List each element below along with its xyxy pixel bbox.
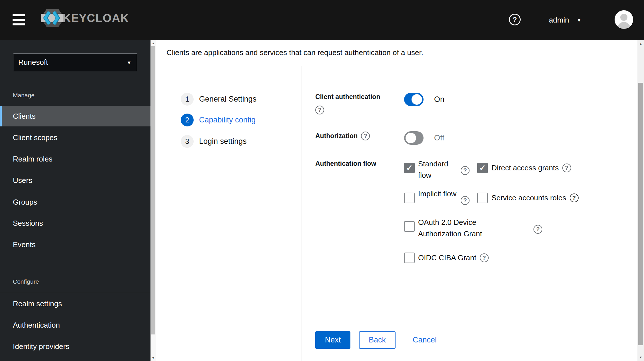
oauth-device-grant-checkbox[interactable]: [404, 221, 415, 232]
sidebar-item-authentication[interactable]: Authentication: [0, 315, 151, 335]
capability-config-form: Client authentication ? On Authorization…: [302, 66, 637, 361]
scroll-down-icon[interactable]: ▼: [151, 356, 156, 360]
direct-access-grants-checkbox[interactable]: ✓: [477, 163, 488, 173]
menu-bar: [13, 19, 25, 21]
main-scrollbar[interactable]: ▲ ▼: [637, 40, 644, 361]
toggle-knob: [406, 133, 416, 143]
realm-selector-value: Runesoft: [13, 58, 48, 67]
avatar-body: [617, 22, 630, 29]
direct-access-grants-label[interactable]: Direct access grants: [491, 162, 559, 174]
scroll-up-icon[interactable]: ▲: [637, 42, 644, 45]
avatar-head: [620, 14, 627, 21]
back-button[interactable]: Back: [359, 331, 396, 349]
main-scrollbar-thumb[interactable]: [638, 83, 643, 345]
authorization-state: Off: [434, 131, 444, 145]
help-icon[interactable]: ?: [509, 14, 521, 25]
cancel-button[interactable]: Cancel: [413, 331, 437, 349]
sidebar-item-realm-settings[interactable]: Realm settings: [0, 293, 151, 314]
step-number: 2: [181, 114, 194, 126]
client-authentication-help-icon[interactable]: ?: [315, 106, 324, 114]
chevron-down-icon: ▾: [128, 59, 131, 66]
nav-section-configure: Configure: [0, 278, 151, 285]
keycloak-logo[interactable]: KEYCLOAK: [40, 9, 129, 27]
sidebar-item-identity-providers[interactable]: Identity providers: [0, 336, 151, 357]
oidc-ciba-grant-help-icon[interactable]: ?: [480, 253, 489, 262]
avatar: [615, 10, 633, 29]
service-accounts-roles-checkbox[interactable]: [477, 193, 488, 203]
sidebar-item-clients[interactable]: Clients: [0, 106, 151, 126]
toggle-knob: [412, 94, 422, 105]
implicit-flow-label[interactable]: Implicit flow: [418, 188, 457, 199]
nav-divider: [0, 293, 151, 293]
menu-icon[interactable]: [13, 14, 25, 26]
direct-access-grants-help-icon[interactable]: ?: [562, 164, 571, 172]
authentication-flow-label: Authentication flow: [315, 160, 376, 168]
wizard-step-capability-config[interactable]: 2 Capability config: [181, 114, 256, 126]
authorization-label-row: Authorization ?: [315, 132, 370, 140]
step-number: 3: [181, 135, 194, 148]
service-accounts-roles-row: Service accounts roles ?: [491, 192, 579, 203]
sidebar-item-sessions[interactable]: Sessions: [0, 213, 151, 233]
brand-text: KEYCLOAK: [63, 12, 129, 25]
wizard-step-login-settings[interactable]: 3 Login settings: [181, 135, 247, 148]
step-label: Capability config: [199, 116, 256, 124]
oidc-ciba-grant-row: OIDC CIBA Grant ?: [418, 252, 489, 263]
next-button[interactable]: Next: [315, 331, 350, 349]
client-authentication-toggle[interactable]: [404, 93, 424, 106]
oidc-ciba-grant-checkbox[interactable]: [404, 253, 415, 263]
wizard-nav: 1 General Settings 2 Capability config 3…: [156, 66, 302, 361]
step-number: 1: [181, 93, 194, 106]
scroll-down-icon[interactable]: ▼: [637, 356, 644, 359]
step-label: General Settings: [199, 95, 256, 104]
authorization-label: Authorization: [315, 132, 358, 140]
menu-bar: [13, 23, 25, 25]
sidebar-scrollbar-thumb[interactable]: [151, 46, 155, 334]
header-divider: [156, 65, 637, 65]
menu-bar: [13, 14, 25, 16]
scroll-up-icon[interactable]: ▲: [151, 41, 156, 45]
implicit-flow-checkbox[interactable]: [404, 193, 415, 203]
sidebar-nav: Runesoft ▾ Manage Clients Client scopes …: [0, 40, 151, 361]
client-authentication-state: On: [434, 93, 444, 106]
realm-selector[interactable]: Runesoft ▾: [13, 53, 137, 71]
sidebar-item-groups[interactable]: Groups: [0, 192, 151, 212]
wizard-step-general-settings[interactable]: 1 General Settings: [181, 93, 256, 106]
oauth-device-grant-help-icon[interactable]: ?: [533, 225, 542, 234]
service-accounts-roles-label[interactable]: Service accounts roles: [491, 192, 566, 203]
app-header: KEYCLOAK ? admin ▾: [0, 0, 644, 40]
check-icon: ✓: [479, 164, 486, 172]
nav-section-manage: Manage: [0, 92, 151, 99]
user-name: admin: [549, 16, 569, 25]
oidc-ciba-grant-label[interactable]: OIDC CIBA Grant: [418, 252, 476, 263]
implicit-flow-help-icon[interactable]: ?: [461, 196, 470, 205]
standard-flow-help-icon[interactable]: ?: [461, 166, 470, 175]
sidebar-item-realm-roles[interactable]: Realm roles: [0, 149, 151, 169]
keycloak-logo-icon: [40, 9, 65, 27]
client-authentication-label: Client authentication: [315, 93, 380, 101]
standard-flow-label[interactable]: Standard flow: [418, 158, 457, 181]
chevron-down-icon: ▾: [578, 17, 581, 23]
step-label: Login settings: [199, 137, 247, 146]
direct-access-grants-row: Direct access grants ?: [491, 162, 571, 174]
sidebar-item-client-scopes[interactable]: Client scopes: [0, 127, 151, 148]
check-icon: ✓: [406, 164, 413, 172]
service-accounts-roles-help-icon[interactable]: ?: [570, 193, 579, 202]
authorization-toggle[interactable]: [404, 131, 424, 145]
sidebar-item-users[interactable]: Users: [0, 170, 151, 191]
oauth-device-grant-label[interactable]: OAuth 2.0 Device Authorization Grant: [418, 217, 507, 239]
authorization-help-icon[interactable]: ?: [361, 132, 370, 140]
standard-flow-checkbox[interactable]: ✓: [404, 163, 415, 173]
main-content: Clients are applications and services th…: [156, 40, 637, 361]
sidebar-item-events[interactable]: Events: [0, 234, 151, 255]
user-menu[interactable]: admin ▾: [549, 0, 580, 40]
sidebar-scrollbar[interactable]: ▲ ▼: [151, 40, 156, 361]
page-subtitle: Clients are applications and services th…: [156, 40, 637, 65]
